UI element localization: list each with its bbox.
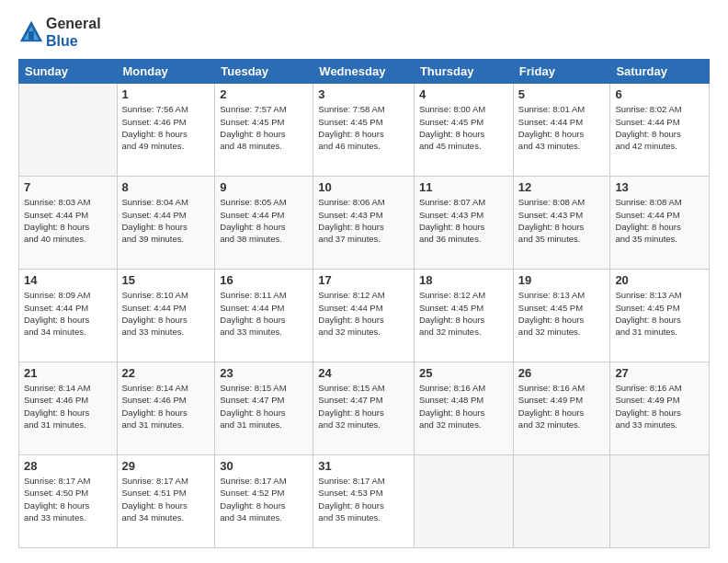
day-number: 5 — [518, 87, 606, 101]
logo: General Blue — [18, 15, 101, 50]
day-info: Sunrise: 8:09 AM Sunset: 4:44 PM Dayligh… — [24, 289, 112, 338]
day-info: Sunrise: 8:16 AM Sunset: 4:49 PM Dayligh… — [518, 382, 606, 431]
day-number: 18 — [419, 273, 508, 287]
calendar-week-row: 14Sunrise: 8:09 AM Sunset: 4:44 PM Dayli… — [19, 270, 710, 362]
calendar-cell: 20Sunrise: 8:13 AM Sunset: 4:45 PM Dayli… — [610, 270, 710, 362]
day-info: Sunrise: 8:14 AM Sunset: 4:46 PM Dayligh… — [122, 382, 210, 431]
calendar-cell: 16Sunrise: 8:11 AM Sunset: 4:44 PM Dayli… — [215, 270, 313, 362]
day-number: 23 — [220, 366, 308, 380]
day-number: 1 — [122, 87, 210, 101]
day-number: 28 — [24, 459, 112, 473]
day-number: 24 — [318, 366, 409, 380]
weekday-header-thursday: Thursday — [414, 60, 513, 84]
day-info: Sunrise: 8:05 AM Sunset: 4:44 PM Dayligh… — [220, 196, 308, 245]
calendar-cell — [414, 455, 513, 548]
calendar-cell: 6Sunrise: 8:02 AM Sunset: 4:44 PM Daylig… — [610, 84, 710, 177]
calendar-cell: 23Sunrise: 8:15 AM Sunset: 4:47 PM Dayli… — [215, 362, 313, 455]
day-number: 25 — [419, 366, 508, 380]
calendar-cell: 28Sunrise: 8:17 AM Sunset: 4:50 PM Dayli… — [19, 455, 118, 548]
svg-rect-2 — [28, 31, 34, 40]
day-info: Sunrise: 8:17 AM Sunset: 4:53 PM Dayligh… — [318, 475, 409, 523]
calendar-week-row: 28Sunrise: 8:17 AM Sunset: 4:50 PM Dayli… — [19, 455, 710, 548]
day-number: 30 — [220, 459, 308, 473]
calendar-cell: 14Sunrise: 8:09 AM Sunset: 4:44 PM Dayli… — [19, 270, 118, 362]
calendar-cell: 2Sunrise: 7:57 AM Sunset: 4:45 PM Daylig… — [215, 84, 313, 177]
day-number: 16 — [220, 273, 308, 287]
calendar-cell: 5Sunrise: 8:01 AM Sunset: 4:44 PM Daylig… — [513, 84, 610, 177]
calendar-cell: 15Sunrise: 8:10 AM Sunset: 4:44 PM Dayli… — [117, 270, 215, 362]
day-number: 15 — [122, 273, 210, 287]
day-number: 11 — [419, 180, 508, 194]
day-info: Sunrise: 8:16 AM Sunset: 4:49 PM Dayligh… — [615, 382, 704, 431]
day-info: Sunrise: 8:03 AM Sunset: 4:44 PM Dayligh… — [24, 196, 112, 245]
day-info: Sunrise: 8:15 AM Sunset: 4:47 PM Dayligh… — [318, 382, 409, 431]
day-info: Sunrise: 8:13 AM Sunset: 4:45 PM Dayligh… — [518, 289, 606, 338]
day-info: Sunrise: 8:00 AM Sunset: 4:45 PM Dayligh… — [419, 103, 508, 152]
calendar-week-row: 21Sunrise: 8:14 AM Sunset: 4:46 PM Dayli… — [19, 362, 710, 455]
day-info: Sunrise: 8:13 AM Sunset: 4:45 PM Dayligh… — [615, 289, 704, 338]
day-number: 31 — [318, 459, 409, 473]
day-info: Sunrise: 8:14 AM Sunset: 4:46 PM Dayligh… — [24, 382, 112, 431]
calendar-cell — [610, 455, 710, 548]
day-number: 21 — [24, 366, 112, 380]
calendar-cell: 21Sunrise: 8:14 AM Sunset: 4:46 PM Dayli… — [19, 362, 118, 455]
calendar-cell: 30Sunrise: 8:17 AM Sunset: 4:52 PM Dayli… — [215, 455, 313, 548]
day-number: 2 — [220, 87, 308, 101]
calendar-week-row: 7Sunrise: 8:03 AM Sunset: 4:44 PM Daylig… — [19, 177, 710, 270]
weekday-header-friday: Friday — [513, 60, 610, 84]
day-number: 7 — [24, 180, 112, 194]
weekday-header-tuesday: Tuesday — [215, 60, 313, 84]
day-number: 3 — [318, 87, 409, 101]
calendar-cell: 10Sunrise: 8:06 AM Sunset: 4:43 PM Dayli… — [313, 177, 415, 270]
calendar-cell: 17Sunrise: 8:12 AM Sunset: 4:44 PM Dayli… — [313, 270, 415, 362]
day-number: 27 — [615, 366, 704, 380]
day-info: Sunrise: 8:15 AM Sunset: 4:47 PM Dayligh… — [220, 382, 308, 431]
calendar-cell: 27Sunrise: 8:16 AM Sunset: 4:49 PM Dayli… — [610, 362, 710, 455]
day-info: Sunrise: 7:57 AM Sunset: 4:45 PM Dayligh… — [220, 103, 308, 152]
calendar-table: SundayMondayTuesdayWednesdayThursdayFrid… — [18, 59, 710, 548]
calendar-cell: 8Sunrise: 8:04 AM Sunset: 4:44 PM Daylig… — [117, 177, 215, 270]
calendar-cell: 25Sunrise: 8:16 AM Sunset: 4:48 PM Dayli… — [414, 362, 513, 455]
header: General Blue — [18, 15, 710, 50]
calendar-cell: 11Sunrise: 8:07 AM Sunset: 4:43 PM Dayli… — [414, 177, 513, 270]
calendar-cell: 3Sunrise: 7:58 AM Sunset: 4:45 PM Daylig… — [313, 84, 415, 177]
day-info: Sunrise: 8:12 AM Sunset: 4:44 PM Dayligh… — [318, 289, 409, 338]
calendar-cell: 12Sunrise: 8:08 AM Sunset: 4:43 PM Dayli… — [513, 177, 610, 270]
calendar-cell: 13Sunrise: 8:08 AM Sunset: 4:44 PM Dayli… — [610, 177, 710, 270]
calendar-cell: 26Sunrise: 8:16 AM Sunset: 4:49 PM Dayli… — [513, 362, 610, 455]
weekday-header-monday: Monday — [117, 60, 215, 84]
calendar-cell: 7Sunrise: 8:03 AM Sunset: 4:44 PM Daylig… — [19, 177, 118, 270]
calendar-header-row: SundayMondayTuesdayWednesdayThursdayFrid… — [19, 60, 710, 84]
calendar-cell: 29Sunrise: 8:17 AM Sunset: 4:51 PM Dayli… — [117, 455, 215, 548]
weekday-header-wednesday: Wednesday — [313, 60, 415, 84]
day-number: 4 — [419, 87, 508, 101]
logo-icon — [18, 19, 44, 45]
day-info: Sunrise: 8:08 AM Sunset: 4:44 PM Dayligh… — [615, 196, 704, 245]
page: General Blue SundayMondayTuesdayWednesda… — [0, 0, 728, 563]
day-info: Sunrise: 8:17 AM Sunset: 4:51 PM Dayligh… — [122, 475, 210, 523]
day-info: Sunrise: 7:56 AM Sunset: 4:46 PM Dayligh… — [122, 103, 210, 152]
day-number: 19 — [518, 273, 606, 287]
day-info: Sunrise: 8:04 AM Sunset: 4:44 PM Dayligh… — [122, 196, 210, 245]
day-number: 29 — [122, 459, 210, 473]
day-info: Sunrise: 8:10 AM Sunset: 4:44 PM Dayligh… — [122, 289, 210, 338]
day-info: Sunrise: 8:12 AM Sunset: 4:45 PM Dayligh… — [419, 289, 508, 338]
day-info: Sunrise: 8:17 AM Sunset: 4:50 PM Dayligh… — [24, 475, 112, 523]
day-number: 8 — [122, 180, 210, 194]
day-number: 13 — [615, 180, 704, 194]
calendar-cell: 4Sunrise: 8:00 AM Sunset: 4:45 PM Daylig… — [414, 84, 513, 177]
logo-text: General Blue — [46, 15, 101, 50]
day-info: Sunrise: 8:08 AM Sunset: 4:43 PM Dayligh… — [518, 196, 606, 245]
calendar-cell: 19Sunrise: 8:13 AM Sunset: 4:45 PM Dayli… — [513, 270, 610, 362]
day-info: Sunrise: 8:06 AM Sunset: 4:43 PM Dayligh… — [318, 196, 409, 245]
day-number: 26 — [518, 366, 606, 380]
day-number: 22 — [122, 366, 210, 380]
calendar-cell — [19, 84, 118, 177]
calendar-cell: 9Sunrise: 8:05 AM Sunset: 4:44 PM Daylig… — [215, 177, 313, 270]
calendar-cell — [513, 455, 610, 548]
day-info: Sunrise: 8:17 AM Sunset: 4:52 PM Dayligh… — [220, 475, 308, 523]
day-number: 12 — [518, 180, 606, 194]
calendar-cell: 24Sunrise: 8:15 AM Sunset: 4:47 PM Dayli… — [313, 362, 415, 455]
weekday-header-saturday: Saturday — [610, 60, 710, 84]
calendar-cell: 22Sunrise: 8:14 AM Sunset: 4:46 PM Dayli… — [117, 362, 215, 455]
